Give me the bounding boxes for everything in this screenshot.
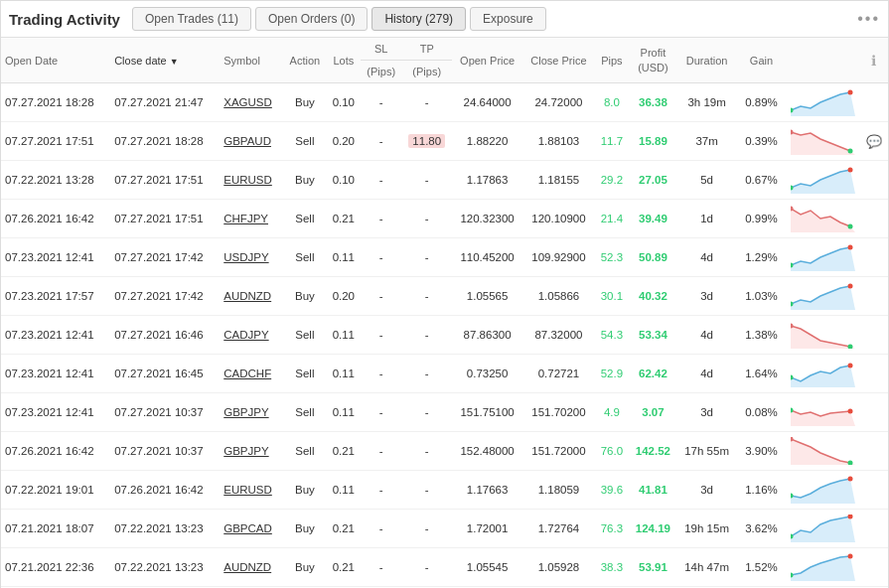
open-date: 07.23.2021 12:41	[1, 355, 110, 393]
table-row: 07.22.2021 13:28 07.27.2021 17:51 EURUSD…	[1, 161, 888, 200]
lots: 0.20	[327, 277, 361, 316]
action: Buy	[283, 510, 327, 548]
duration: 17h 55m	[677, 432, 737, 471]
pips: 38.3	[595, 548, 629, 587]
pips: 76.3	[595, 510, 629, 548]
sparkline	[787, 316, 859, 355]
tab-open-orders[interactable]: Open Orders (0)	[255, 7, 368, 31]
gain: 1.16%	[736, 471, 786, 510]
symbol[interactable]: AUDNZD	[220, 548, 283, 587]
gain: 1.52%	[736, 548, 786, 587]
profit: 39.49	[629, 200, 677, 238]
col-profit: Profit(USD)	[629, 38, 677, 83]
svg-point-14	[847, 245, 852, 250]
sparkline	[787, 393, 859, 432]
close-price: 0.72721	[522, 355, 595, 393]
close-date: 07.27.2021 18:28	[110, 122, 220, 161]
duration: 3d	[677, 277, 737, 316]
symbol[interactable]: GBPCAD	[220, 510, 283, 548]
tab-history[interactable]: History (279)	[371, 7, 466, 31]
sparkline	[787, 122, 859, 161]
sparkline	[787, 548, 859, 587]
table-row: 07.23.2021 12:41 07.27.2021 10:37 GBPJPY…	[1, 393, 888, 432]
sl-pips: -	[361, 83, 401, 122]
profit: 27.05	[629, 161, 677, 200]
more-button[interactable]: •••	[857, 10, 880, 28]
pips: 29.2	[595, 161, 629, 200]
svg-point-2	[847, 90, 852, 95]
col-sl-pips: (Pips)	[361, 61, 401, 83]
tab-open-trades[interactable]: Open Trades (11)	[132, 7, 251, 31]
symbol[interactable]: CADJPY	[220, 316, 283, 355]
gain: 0.99%	[736, 200, 786, 238]
top-bar: Trading Activity Open Trades (11)Open Or…	[1, 1, 888, 38]
tp-pips-cell: -	[401, 316, 452, 355]
tab-exposure[interactable]: Exposure	[470, 7, 546, 31]
app-container: Trading Activity Open Trades (11)Open Or…	[0, 0, 889, 588]
duration: 14h 47m	[677, 548, 737, 587]
open-price: 151.75100	[452, 393, 522, 432]
action: Sell	[283, 316, 327, 355]
sparkline	[787, 200, 859, 238]
lots: 0.10	[327, 161, 361, 200]
row-actions	[859, 83, 888, 122]
open-date: 07.21.2021 18:07	[1, 510, 110, 548]
col-chart	[787, 38, 859, 83]
svg-marker-21	[791, 366, 855, 387]
open-date: 07.23.2021 12:41	[1, 316, 110, 355]
open-price: 1.05545	[452, 548, 522, 587]
table-row: 07.23.2021 12:41 07.27.2021 16:45 CADCHF…	[1, 355, 888, 393]
row-actions	[859, 432, 888, 471]
table-row: 07.21.2021 22:36 07.22.2021 13:23 AUDNZD…	[1, 548, 888, 587]
symbol[interactable]: EURUSD	[220, 471, 283, 510]
close-date: 07.27.2021 10:37	[110, 393, 220, 432]
open-price: 24.64000	[452, 83, 522, 122]
sparkline	[787, 510, 859, 548]
row-actions	[859, 200, 888, 238]
symbol[interactable]: EURUSD	[220, 161, 283, 200]
close-date: 07.27.2021 10:37	[110, 432, 220, 471]
lots: 0.11	[327, 355, 361, 393]
open-price: 120.32300	[452, 200, 522, 238]
symbol[interactable]: GBPJPY	[220, 393, 283, 432]
symbol[interactable]: GBPAUD	[220, 122, 283, 161]
symbol[interactable]: AUDNZD	[220, 277, 283, 316]
duration: 1d	[677, 200, 737, 238]
svg-point-8	[847, 168, 852, 173]
close-price: 1.18059	[522, 471, 595, 510]
comment-icon[interactable]: 💬	[866, 134, 882, 149]
action: Buy	[283, 277, 327, 316]
symbol[interactable]: CHFJPY	[220, 200, 283, 238]
open-price: 0.73250	[452, 355, 522, 393]
col-close-date[interactable]: Close date ▼	[110, 38, 220, 83]
close-date: 07.27.2021 17:42	[110, 277, 220, 316]
profit: 50.89	[629, 238, 677, 277]
duration: 3h 19m	[677, 83, 737, 122]
col-pips: Pips	[595, 38, 629, 83]
tp-pips-cell: -	[401, 548, 452, 587]
sl-pips: -	[361, 238, 401, 277]
close-date: 07.27.2021 16:46	[110, 316, 220, 355]
profit: 62.42	[629, 355, 677, 393]
symbol[interactable]: CADCHF	[220, 355, 283, 393]
svg-marker-6	[791, 170, 855, 194]
symbol[interactable]: XAGUSD	[220, 83, 283, 122]
table-body: 07.27.2021 18:28 07.27.2021 21:47 XAGUSD…	[1, 83, 888, 589]
sl-pips: -	[361, 122, 401, 161]
svg-marker-12	[791, 247, 855, 271]
sparkline	[787, 161, 859, 200]
col-gain: Gain	[736, 38, 786, 83]
page-title: Trading Activity	[9, 11, 120, 28]
lots: 0.11	[327, 471, 361, 510]
action: Buy	[283, 161, 327, 200]
profit: 124.19	[629, 510, 677, 548]
open-date: 07.26.2021 16:42	[1, 432, 110, 471]
symbol[interactable]: USDJPY	[220, 238, 283, 277]
symbol[interactable]: GBPJPY	[220, 432, 283, 471]
open-price: 1.17863	[452, 161, 522, 200]
sparkline	[787, 83, 859, 122]
lots: 0.21	[327, 200, 361, 238]
row-actions: 💬	[859, 122, 888, 161]
svg-marker-0	[791, 92, 855, 116]
col-sl-label: SL	[361, 38, 401, 61]
